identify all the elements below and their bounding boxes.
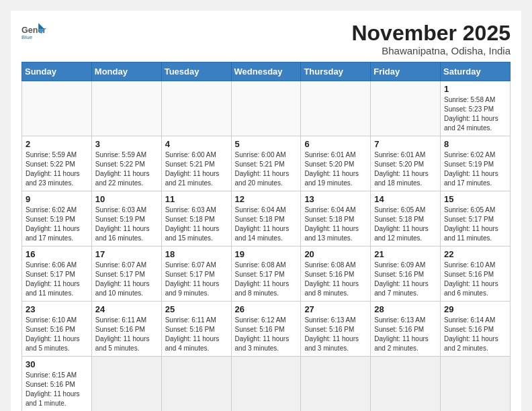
calendar-cell: 15Sunrise: 6:05 AM Sunset: 5:17 PM Dayli… — [441, 191, 511, 246]
day-info: Sunrise: 6:14 AM Sunset: 5:16 PM Dayligh… — [444, 316, 506, 353]
day-number: 26 — [235, 304, 298, 314]
calendar-cell: 21Sunrise: 6:09 AM Sunset: 5:16 PM Dayli… — [371, 246, 441, 302]
calendar-cell: 16Sunrise: 6:06 AM Sunset: 5:17 PM Dayli… — [22, 246, 92, 302]
calendar-cell: 28Sunrise: 6:13 AM Sunset: 5:16 PM Dayli… — [371, 302, 441, 357]
weekday-header-wednesday: Wednesday — [231, 62, 301, 81]
day-info: Sunrise: 6:09 AM Sunset: 5:16 PM Dayligh… — [374, 261, 437, 298]
day-info: Sunrise: 6:15 AM Sunset: 5:16 PM Dayligh… — [26, 371, 88, 408]
calendar-cell — [301, 81, 371, 136]
day-info: Sunrise: 6:00 AM Sunset: 5:21 PM Dayligh… — [165, 150, 228, 188]
day-number: 2 — [26, 139, 88, 149]
logo-svg: General Blue — [21, 21, 46, 40]
calendar-cell: 20Sunrise: 6:08 AM Sunset: 5:16 PM Dayli… — [301, 246, 371, 302]
day-number: 19 — [235, 249, 298, 259]
day-info: Sunrise: 6:04 AM Sunset: 5:18 PM Dayligh… — [304, 205, 367, 243]
calendar-cell: 12Sunrise: 6:04 AM Sunset: 5:18 PM Dayli… — [231, 191, 301, 246]
calendar-cell: 13Sunrise: 6:04 AM Sunset: 5:18 PM Dayli… — [301, 191, 371, 246]
day-info: Sunrise: 6:02 AM Sunset: 5:19 PM Dayligh… — [26, 205, 88, 243]
day-info: Sunrise: 6:07 AM Sunset: 5:17 PM Dayligh… — [165, 261, 228, 298]
calendar-cell: 26Sunrise: 6:12 AM Sunset: 5:16 PM Dayli… — [231, 302, 301, 357]
day-number: 7 — [374, 139, 437, 149]
day-number: 23 — [26, 304, 88, 314]
logo: General Blue — [21, 21, 46, 40]
day-number: 8 — [444, 139, 506, 149]
day-number: 6 — [304, 139, 367, 149]
calendar-cell — [91, 357, 161, 411]
calendar-cell: 3Sunrise: 5:59 AM Sunset: 5:22 PM Daylig… — [91, 136, 161, 191]
calendar-cell — [161, 357, 231, 411]
calendar-cell — [371, 81, 441, 136]
day-info: Sunrise: 6:03 AM Sunset: 5:19 PM Dayligh… — [95, 205, 158, 243]
calendar-cell: 14Sunrise: 6:05 AM Sunset: 5:18 PM Dayli… — [371, 191, 441, 246]
location: Bhawanipatna, Odisha, India — [351, 45, 511, 56]
day-info: Sunrise: 6:08 AM Sunset: 5:17 PM Dayligh… — [235, 261, 298, 298]
calendar-week-row: 9Sunrise: 6:02 AM Sunset: 5:19 PM Daylig… — [22, 191, 511, 246]
day-number: 25 — [165, 304, 228, 314]
day-info: Sunrise: 6:12 AM Sunset: 5:16 PM Dayligh… — [235, 316, 298, 353]
day-info: Sunrise: 5:59 AM Sunset: 5:22 PM Dayligh… — [26, 150, 88, 188]
day-number: 4 — [165, 139, 228, 149]
calendar-cell: 1Sunrise: 5:58 AM Sunset: 5:23 PM Daylig… — [441, 81, 511, 136]
calendar-week-row: 30Sunrise: 6:15 AM Sunset: 5:16 PM Dayli… — [22, 357, 511, 411]
day-info: Sunrise: 6:03 AM Sunset: 5:18 PM Dayligh… — [165, 205, 228, 243]
day-number: 17 — [95, 249, 158, 259]
weekday-header-saturday: Saturday — [441, 62, 511, 81]
calendar-cell: 10Sunrise: 6:03 AM Sunset: 5:19 PM Dayli… — [91, 191, 161, 246]
day-info: Sunrise: 6:10 AM Sunset: 5:16 PM Dayligh… — [444, 261, 506, 298]
calendar-cell — [161, 81, 231, 136]
day-info: Sunrise: 6:00 AM Sunset: 5:21 PM Dayligh… — [235, 150, 298, 188]
day-info: Sunrise: 6:11 AM Sunset: 5:16 PM Dayligh… — [165, 316, 228, 353]
calendar-cell — [371, 357, 441, 411]
day-info: Sunrise: 5:58 AM Sunset: 5:23 PM Dayligh… — [444, 95, 506, 133]
day-info: Sunrise: 6:13 AM Sunset: 5:16 PM Dayligh… — [374, 316, 437, 353]
day-number: 10 — [95, 194, 158, 204]
calendar-cell: 8Sunrise: 6:02 AM Sunset: 5:19 PM Daylig… — [441, 136, 511, 191]
calendar-page: General Blue November 2025 Bhawanipatna,… — [11, 11, 521, 411]
calendar-cell: 24Sunrise: 6:11 AM Sunset: 5:16 PM Dayli… — [91, 302, 161, 357]
day-number: 29 — [444, 304, 506, 314]
weekday-header-tuesday: Tuesday — [161, 62, 231, 81]
day-number: 21 — [374, 249, 437, 259]
day-number: 13 — [304, 194, 367, 204]
weekday-header-sunday: Sunday — [22, 62, 92, 81]
calendar-cell: 4Sunrise: 6:00 AM Sunset: 5:21 PM Daylig… — [161, 136, 231, 191]
day-info: Sunrise: 6:01 AM Sunset: 5:20 PM Dayligh… — [304, 150, 367, 188]
calendar-cell: 11Sunrise: 6:03 AM Sunset: 5:18 PM Dayli… — [161, 191, 231, 246]
day-number: 9 — [26, 194, 88, 204]
day-info: Sunrise: 6:08 AM Sunset: 5:16 PM Dayligh… — [304, 261, 367, 298]
calendar-cell: 5Sunrise: 6:00 AM Sunset: 5:21 PM Daylig… — [231, 136, 301, 191]
calendar-cell: 6Sunrise: 6:01 AM Sunset: 5:20 PM Daylig… — [301, 136, 371, 191]
calendar-week-row: 1Sunrise: 5:58 AM Sunset: 5:23 PM Daylig… — [22, 81, 511, 136]
day-number: 16 — [26, 249, 88, 259]
day-number: 1 — [444, 84, 506, 94]
weekday-header-thursday: Thursday — [301, 62, 371, 81]
day-info: Sunrise: 6:06 AM Sunset: 5:17 PM Dayligh… — [26, 261, 88, 298]
weekday-header-friday: Friday — [371, 62, 441, 81]
month-title: November 2025 — [351, 21, 511, 45]
day-info: Sunrise: 6:01 AM Sunset: 5:20 PM Dayligh… — [374, 150, 437, 188]
calendar-cell — [301, 357, 371, 411]
day-number: 18 — [165, 249, 228, 259]
calendar-cell — [22, 81, 92, 136]
calendar-cell: 30Sunrise: 6:15 AM Sunset: 5:16 PM Dayli… — [22, 357, 92, 411]
day-number: 27 — [304, 304, 367, 314]
header: General Blue November 2025 Bhawanipatna,… — [21, 21, 511, 56]
title-block: November 2025 Bhawanipatna, Odisha, Indi… — [351, 21, 511, 56]
weekday-header-row: SundayMondayTuesdayWednesdayThursdayFrid… — [22, 62, 511, 81]
day-number: 12 — [235, 194, 298, 204]
day-info: Sunrise: 6:11 AM Sunset: 5:16 PM Dayligh… — [95, 316, 158, 353]
day-number: 20 — [304, 249, 367, 259]
calendar-cell — [91, 81, 161, 136]
calendar-cell — [441, 357, 511, 411]
day-info: Sunrise: 6:13 AM Sunset: 5:16 PM Dayligh… — [304, 316, 367, 353]
weekday-header-monday: Monday — [91, 62, 161, 81]
day-info: Sunrise: 6:04 AM Sunset: 5:18 PM Dayligh… — [235, 205, 298, 243]
calendar-cell — [231, 81, 301, 136]
day-info: Sunrise: 6:07 AM Sunset: 5:17 PM Dayligh… — [95, 261, 158, 298]
calendar-cell: 23Sunrise: 6:10 AM Sunset: 5:16 PM Dayli… — [22, 302, 92, 357]
day-number: 28 — [374, 304, 437, 314]
day-info: Sunrise: 6:05 AM Sunset: 5:18 PM Dayligh… — [374, 205, 437, 243]
day-number: 3 — [95, 139, 158, 149]
day-number: 22 — [444, 249, 506, 259]
calendar-cell: 27Sunrise: 6:13 AM Sunset: 5:16 PM Dayli… — [301, 302, 371, 357]
